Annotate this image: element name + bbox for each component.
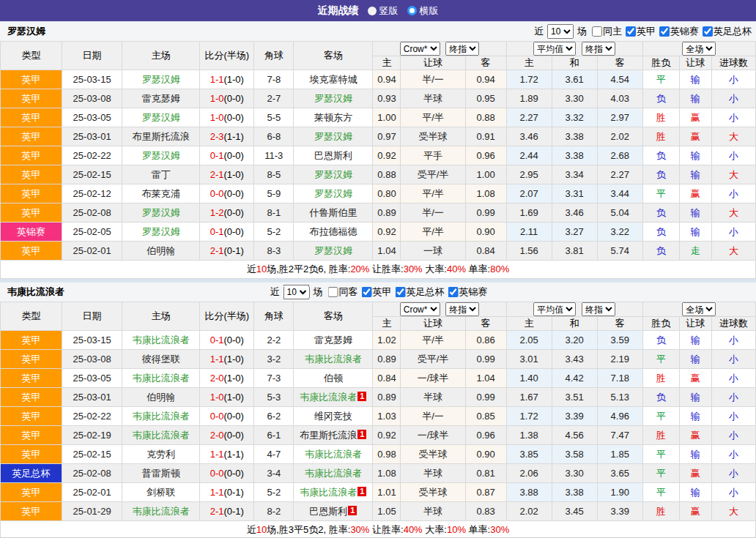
final-odds-select-2[interactable]: 终指 bbox=[582, 42, 615, 56]
away-team-cell: 布拉德福德 bbox=[294, 223, 373, 242]
league-checkbox[interactable] bbox=[703, 26, 713, 37]
summary-segment: 场,胜2平2负6, 胜率: bbox=[267, 264, 350, 274]
result-wdl-cell: 负 bbox=[642, 331, 679, 350]
team-name-heading: 韦康比流浪者 bbox=[4, 285, 64, 299]
full-match-select[interactable]: 全场 bbox=[682, 302, 716, 316]
halftime-score: (0-0) bbox=[223, 93, 243, 104]
score-cell: 2-1(1-0) bbox=[200, 165, 254, 184]
team-name: 罗瑟汉姆 bbox=[142, 112, 180, 123]
league-checkbox[interactable] bbox=[448, 287, 459, 297]
result-goals-cell: 小 bbox=[711, 146, 755, 165]
radio-unselected-icon[interactable] bbox=[368, 7, 377, 15]
team-name: 普雷斯顿 bbox=[142, 468, 180, 479]
halftime-score: (0-1) bbox=[223, 245, 243, 256]
league-filter[interactable]: 英锦赛 bbox=[446, 285, 488, 299]
odds-away-cell: 0.99 bbox=[465, 203, 506, 223]
recent-results-page: 近期战绩 竖版 横版 罗瑟汉姆 近 10 场 同主 英甲英锦赛英足总杯 bbox=[0, 0, 756, 538]
odds-handicap-cell: 一球 bbox=[401, 242, 465, 261]
league-checkbox[interactable] bbox=[659, 26, 670, 37]
summary-segment: 单率: bbox=[466, 264, 490, 274]
home-team-cell: 韦康比流浪者 bbox=[122, 426, 200, 445]
corners-cell: 3-4 bbox=[254, 464, 294, 483]
team-name: 伯明翰 bbox=[147, 392, 175, 403]
league-checkbox[interactable] bbox=[362, 287, 372, 297]
team-name: 罗瑟汉姆 bbox=[314, 131, 352, 142]
league-filter[interactable]: 英甲 bbox=[360, 285, 392, 299]
team-section-home: 罗瑟汉姆 近 10 场 同主 英甲英锦赛英足总杯 类型 bbox=[0, 21, 756, 279]
league-filter[interactable]: 英足总杯 bbox=[393, 285, 445, 299]
score-cell: 0-0(0-0) bbox=[200, 407, 254, 426]
result-goals-cell: 小 bbox=[711, 350, 755, 369]
average-select[interactable]: 平均值 bbox=[533, 42, 576, 56]
bookmaker-select[interactable]: Crow* bbox=[400, 42, 440, 56]
final-odds-select[interactable]: 终指 bbox=[445, 42, 479, 56]
league-checkbox[interactable] bbox=[626, 26, 636, 37]
corners-cell: 2-7 bbox=[254, 89, 294, 108]
score-cell: 1-1(1-0) bbox=[200, 70, 254, 89]
team-name: 剑桥联 bbox=[147, 487, 175, 498]
odds-home-cell: 0.89 bbox=[373, 203, 401, 223]
league-type-cell: 英甲 bbox=[1, 445, 62, 464]
league-checkbox[interactable] bbox=[396, 287, 406, 297]
league-type-cell: 英甲 bbox=[1, 426, 62, 445]
corners-cell: 7-8 bbox=[254, 70, 294, 89]
home-team-cell: 罗瑟汉姆 bbox=[122, 70, 200, 89]
recent-count-select[interactable]: 10 bbox=[284, 285, 310, 299]
result-goals-cell: 大 bbox=[711, 203, 755, 223]
avg-draw-cell: 3.38 bbox=[552, 127, 597, 146]
league-label: 英足总杯 bbox=[714, 25, 752, 38]
layout-radio-horizontal[interactable]: 横版 bbox=[407, 4, 439, 18]
page-title: 近期战绩 bbox=[318, 4, 359, 18]
result-handicap-cell: 赢 bbox=[679, 502, 711, 521]
team-name: 韦康比流浪者 bbox=[305, 354, 362, 365]
same-venue-label: 同主 bbox=[603, 25, 622, 38]
odds-away-cell: 0.96 bbox=[465, 146, 506, 165]
result-handicap-cell: 赢 bbox=[679, 108, 711, 127]
bookmaker-group-header: Crow* 终指 bbox=[373, 302, 506, 317]
summary-segment: 30% bbox=[404, 264, 423, 274]
home-team-cell: 雷丁 bbox=[122, 165, 200, 184]
date-cell: 25-01-29 bbox=[62, 502, 122, 521]
bookmaker-select[interactable]: Crow* bbox=[400, 302, 440, 316]
avg-home-cell: 1.56 bbox=[506, 242, 552, 261]
summary-row: 近10场,胜3平5负2, 胜率:30% 让胜率:40% 大率:10% 单率:30… bbox=[1, 521, 756, 538]
result-goals-cell: 大 bbox=[711, 127, 755, 146]
result-wdl-cell: 负 bbox=[642, 146, 679, 165]
result-handicap-cell: 赢 bbox=[679, 369, 711, 388]
score-cell: 2-0(1-0) bbox=[200, 369, 254, 388]
same-venue-checkbox[interactable] bbox=[592, 26, 602, 37]
odds-home-cell: 0.89 bbox=[373, 350, 401, 369]
layout-radio-vertical[interactable]: 竖版 bbox=[368, 4, 399, 18]
league-filter[interactable]: 英锦赛 bbox=[657, 25, 699, 38]
final-odds-select-2[interactable]: 终指 bbox=[582, 302, 615, 316]
same-venue-filter[interactable]: 同客 bbox=[326, 285, 358, 299]
final-odds-select[interactable]: 终指 bbox=[445, 302, 479, 316]
avg-home-cell: 1.72 bbox=[506, 70, 552, 89]
fulltime-score: 1-0 bbox=[210, 93, 224, 104]
recent-count-select[interactable]: 10 bbox=[547, 24, 574, 39]
summary-segment: 30% bbox=[350, 524, 369, 535]
avg-away-cell: 2.02 bbox=[597, 127, 642, 146]
same-venue-filter[interactable]: 同主 bbox=[590, 25, 622, 38]
league-type-cell: 英甲 bbox=[1, 203, 62, 223]
halftime-score: (0-0) bbox=[223, 335, 243, 345]
avg-away-cell: 7.47 bbox=[597, 426, 642, 445]
col-result-wdl: 胜负 bbox=[642, 56, 679, 70]
summary-segment: 单率: bbox=[466, 524, 490, 535]
league-filter[interactable]: 英甲 bbox=[623, 25, 656, 38]
same-venue-checkbox[interactable] bbox=[328, 287, 338, 297]
odds-handicap-cell: 受半球 bbox=[401, 127, 465, 146]
league-filter[interactable]: 英足总杯 bbox=[700, 25, 752, 38]
summary-segment: 大率: bbox=[423, 264, 447, 274]
result-goals-cell: 大 bbox=[711, 165, 755, 184]
match-row: 英甲25-02-01伯明翰2-1(0-1)8-3罗瑟汉姆1.04一球0.841.… bbox=[1, 242, 756, 261]
halftime-score: (0-0) bbox=[223, 468, 243, 479]
odds-home-cell: 1.04 bbox=[373, 242, 401, 261]
average-select[interactable]: 平均值 bbox=[533, 302, 576, 316]
radio-selected-icon[interactable] bbox=[407, 6, 417, 15]
league-label: 英锦赛 bbox=[670, 25, 699, 38]
full-match-select[interactable]: 全场 bbox=[682, 42, 716, 56]
average-group-header: 平均值 终指 bbox=[506, 42, 642, 56]
summary-segment: 80% bbox=[490, 264, 509, 274]
avg-draw-cell: 3.32 bbox=[552, 108, 597, 127]
